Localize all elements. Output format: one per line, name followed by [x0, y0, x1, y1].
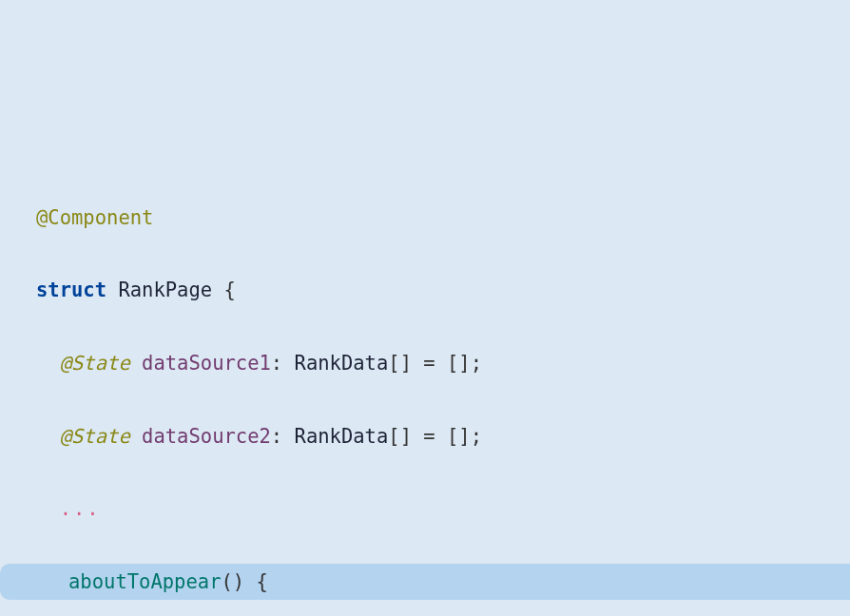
- method-abouttoappear: aboutToAppear: [68, 570, 221, 593]
- line-state2: @State dataSource2: RankData[] = [];: [36, 418, 850, 454]
- parens-1: (): [221, 570, 244, 593]
- ellipsis-1: ...: [60, 497, 101, 520]
- state-decorator-1: @State: [60, 352, 130, 375]
- assign-1: = [];: [412, 352, 482, 375]
- line-abouttoappear: aboutToAppear() {: [0, 564, 850, 600]
- type-rankdata-2: RankData: [295, 425, 389, 448]
- property-ds2: dataSource2: [142, 425, 271, 448]
- line-state1: @State dataSource1: RankData[] = [];: [36, 345, 850, 381]
- struct-keyword: struct: [36, 279, 106, 301]
- state-decorator-2: @State: [60, 425, 130, 448]
- type-rankdata-1: RankData: [295, 352, 389, 375]
- line-ellipsis1: ...: [36, 491, 850, 527]
- code-block: @Component struct RankPage { @State data…: [0, 163, 850, 616]
- open-brace: {: [212, 279, 236, 301]
- brace-method1: {: [244, 570, 268, 593]
- struct-name: RankPage: [118, 279, 212, 301]
- line-decorator: @Component: [36, 200, 850, 236]
- line-struct: struct RankPage {: [36, 272, 850, 308]
- colon-1: :: [271, 352, 295, 375]
- brackets-1: []: [388, 352, 412, 375]
- property-ds1: dataSource1: [142, 352, 271, 375]
- brackets-2: []: [388, 425, 412, 448]
- assign-2: = [];: [412, 425, 482, 448]
- colon-2: :: [271, 425, 295, 448]
- component-decorator: @Component: [36, 206, 153, 229]
